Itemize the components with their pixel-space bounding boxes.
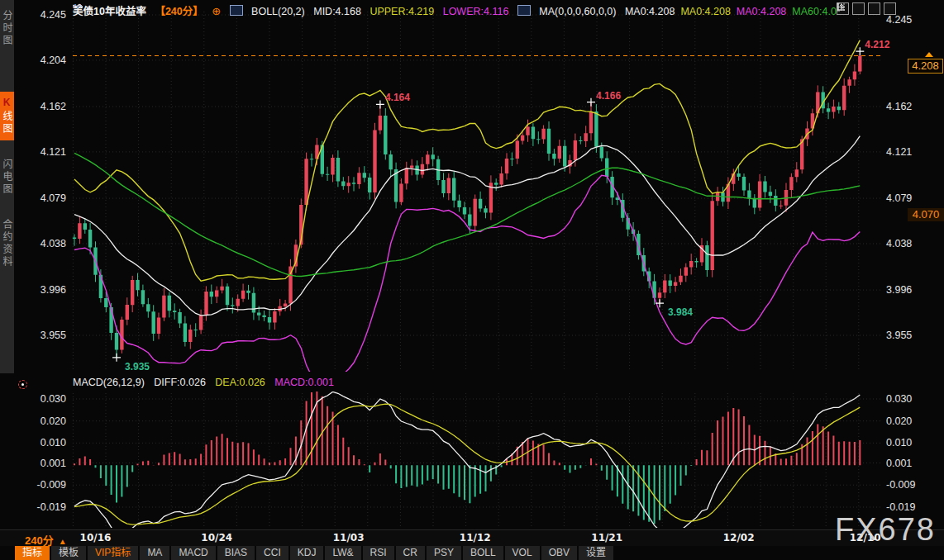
price-axis-left-label-4: 4.079 — [23, 192, 66, 204]
ma-value-2: MA0:4.208 — [737, 6, 786, 17]
toolbar-item-KDJ[interactable]: KDJ — [290, 546, 324, 560]
scale-price-axis-icon[interactable] — [852, 2, 865, 15]
toolbar-item-MACD[interactable]: MACD — [171, 546, 215, 560]
swing-label-3.935: 3.935 — [125, 361, 150, 373]
toolbar-item-CR[interactable]: CR — [396, 546, 425, 560]
price-axis-left-label-5: 4.038 — [23, 238, 66, 249]
sidebar-tab-1[interactable]: K线图 — [0, 92, 14, 140]
macd-axis-left-label-2: 0.010 — [23, 437, 66, 448]
scale-time-axis-icon[interactable] — [868, 2, 880, 15]
macd-settings-icon[interactable] — [18, 380, 27, 389]
macd-axis-right-label-0: 0.030 — [886, 393, 937, 405]
price-axis-left-label-1: 4.204 — [23, 55, 66, 66]
macd-axis-left-label-0: 0.030 — [23, 393, 66, 405]
ma-values: MA0:4.208MA0:4.208MA0:4.208MA60:4.0 — [625, 6, 842, 17]
macd-dea-value: DEA:0.026 — [215, 377, 265, 388]
time-axis: 240分▲ 10/1610/2411/0311/1211/2112/0212/1… — [0, 529, 944, 546]
date-label-0: 10/16 — [80, 532, 112, 543]
indicator-toolbar: 指标模板VIP指标MAMACDBIASCCIKDJLW&RSICRPSYBOLL… — [15, 546, 613, 560]
swing-label-4.166: 4.166 — [596, 90, 621, 102]
toolbar-item-指标[interactable]: 指标 — [15, 546, 50, 560]
macd-axis-right-label-2: 0.010 — [886, 437, 937, 448]
swing-label-4.212: 4.212 — [865, 39, 889, 50]
macd-axis-left-label-5: -0.019 — [23, 501, 66, 513]
period-tag: 【240分】 — [155, 6, 203, 17]
toolbar-item-RSI[interactable]: RSI — [363, 546, 394, 560]
macd-axis-right-label-4: -0.009 — [886, 479, 937, 491]
toolbar-item-BIAS[interactable]: BIAS — [217, 546, 255, 560]
toolbar-item-MA[interactable]: MA — [140, 546, 169, 560]
price-axis-left-label-3: 4.121 — [23, 146, 66, 158]
macd-label-row: MACD(26,12,9) DIFF:0.026 DEA:0.026 MACD:… — [73, 377, 341, 388]
candlestick-layer — [73, 51, 862, 358]
boll-upper-value: UPPER:4.219 — [369, 6, 434, 17]
macd-axis-right-label-5: -0.019 — [886, 501, 937, 513]
boll-name: BOLL(20,2) — [251, 6, 305, 17]
price-axis-right-label-6: 3.955 — [886, 330, 937, 341]
boll-ma-lines — [74, 40, 860, 387]
ma-value-0: MA0:4.208 — [625, 6, 675, 17]
price-axis-left-label-0: 4.245 — [23, 9, 66, 21]
ma-value-1: MA0:4.208 — [680, 6, 730, 17]
price-axis-right-label-0: 4.245 — [886, 14, 937, 26]
date-label-2: 11/03 — [333, 532, 365, 543]
boll-mini-chart-icon — [230, 5, 243, 16]
toolbar-item-PSY[interactable]: PSY — [427, 546, 461, 560]
exit-chart-icon[interactable] — [884, 2, 896, 15]
ma-value-3: MA60:4.0 — [792, 6, 837, 17]
macd-axis-left-label-1: 0.020 — [23, 415, 66, 427]
swing-label-3.984: 3.984 — [668, 306, 693, 318]
price-axis-left-label-7: 3.955 — [23, 330, 66, 341]
date-label-3: 11/12 — [460, 532, 491, 543]
watermark: FX678 — [835, 512, 936, 548]
toolbar-item-设置[interactable]: 设置 — [579, 546, 613, 560]
boll-lower-value: LOWER:4.116 — [443, 6, 509, 17]
date-label-4: 11/21 — [591, 532, 622, 543]
reference-price-badge: 4.070 — [908, 208, 944, 221]
last-price-badge: 4.208 — [908, 59, 943, 74]
swing-point-crosses — [112, 47, 864, 362]
sidebar-tab-3[interactable]: 合约资料 — [0, 214, 14, 273]
price-axis-right-label-5: 3.996 — [886, 284, 937, 296]
toolbar-item-BOLL[interactable]: BOLL — [463, 546, 503, 560]
period-label: 240分 — [25, 534, 54, 547]
macd-axis-left-label-3: 0.001 — [23, 458, 66, 469]
macd-macd-value: MACD:0.001 — [274, 377, 334, 388]
boll-mid-value: MID:4.168 — [313, 6, 361, 17]
add-indicator-icon[interactable]: ⊕ — [212, 5, 221, 17]
macd-diff-value: DIFF:0.026 — [154, 377, 206, 388]
ma-name: MA(0,0,0,60,0,0) — [539, 6, 616, 17]
price-axis-right-label-1: 4.162 — [886, 101, 937, 112]
date-label-1: 10/24 — [201, 532, 232, 543]
macd-axis-left-label-4: -0.009 — [23, 479, 66, 491]
toolbar-item-CCI[interactable]: CCI — [256, 546, 288, 560]
toolbar-item-模板[interactable]: 模板 — [51, 546, 86, 560]
toolbar-item-VOL[interactable]: VOL — [505, 546, 540, 560]
macd-diff-dea-lines — [74, 392, 860, 537]
macd-histogram — [74, 387, 860, 524]
price-axis-left-label-2: 4.162 — [23, 101, 66, 112]
date-label-5: 12/02 — [723, 532, 755, 543]
main-pane — [73, 40, 881, 387]
left-tab-strip: 分时图K线图闪电图合约资料 — [0, 0, 14, 373]
price-up-arrow-icon — [925, 52, 933, 57]
macd-pane — [74, 387, 860, 537]
chart-header: 美债10年收益率 【240分】 ⊕ BOLL(20,2) MID:4.168 U… — [73, 2, 848, 16]
toolbar-item-OBV[interactable]: OBV — [541, 546, 577, 560]
sidebar-tab-0[interactable]: 分时图 — [0, 5, 14, 52]
price-axis-left-label-6: 3.996 — [23, 284, 66, 296]
price-axis-right-label-4: 4.038 — [886, 238, 937, 249]
sidebar-tab-2[interactable]: 闪电图 — [0, 154, 14, 201]
ma-mini-chart-icon — [517, 5, 531, 16]
trading-app: 分时图K线图闪电图合约资料 美债10年收益率 【240分】 ⊕ BOLL(20,… — [0, 0, 944, 560]
chart-window-controls — [837, 2, 896, 15]
price-axis-right-label-2: 4.121 — [886, 146, 937, 158]
toolbar-item-VIP指标[interactable]: VIP指标 — [88, 546, 138, 560]
chart-canvas[interactable] — [0, 0, 944, 560]
macd-axis-right-label-1: 0.020 — [886, 415, 937, 427]
swing-label-4.164: 4.164 — [385, 92, 410, 103]
macd-name: MACD(26,12,9) — [73, 377, 145, 388]
macd-axis-right-label-3: 0.001 — [886, 458, 937, 469]
instrument-title: 美债10年收益率 — [73, 6, 146, 17]
toolbar-item-LW&[interactable]: LW& — [325, 546, 360, 560]
